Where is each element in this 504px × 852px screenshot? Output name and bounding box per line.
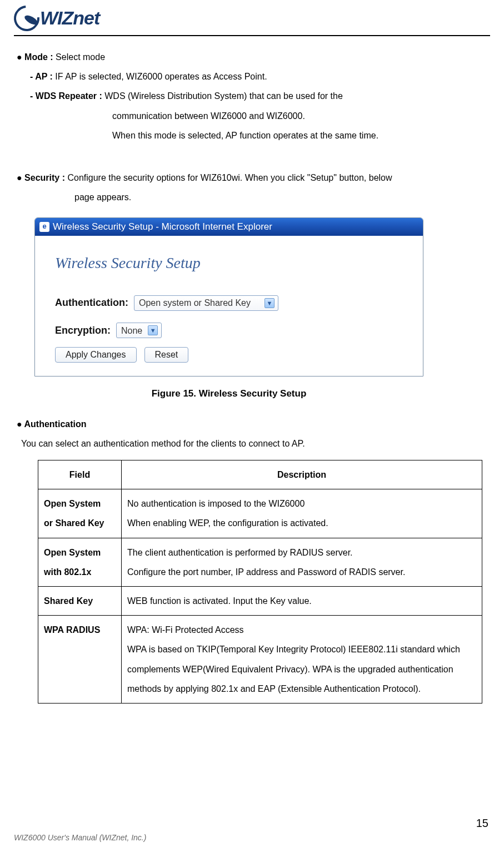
ap-label: - AP :: [30, 72, 55, 81]
footer-text: WIZ6000 User's Manual (WIZnet, Inc.): [14, 833, 146, 842]
wds-text-1: WDS (Wireless Distribution System) that …: [104, 91, 343, 101]
ap-text: IF AP is selected, WIZ6000 operates as A…: [55, 72, 267, 81]
field-l2: or Shared Key: [44, 518, 104, 528]
apply-changes-button[interactable]: Apply Changes: [55, 347, 137, 363]
ie-heading: Wireless Security Setup: [55, 246, 410, 280]
th-description: Description: [122, 460, 482, 489]
authentication-table: Field Description Open System or Shared …: [38, 460, 482, 704]
auth-row: Authentication: Open system or Shared Ke…: [55, 292, 410, 314]
ie-body: Wireless Security Setup Authentication: …: [35, 236, 423, 377]
enc-select-value: None: [121, 321, 142, 340]
cell-field: Open System or Shared Key: [38, 489, 122, 538]
document-body: ● Mode : Select mode - AP : IF AP is sel…: [14, 47, 490, 704]
chevron-down-icon: ▼: [265, 298, 275, 308]
cell-field: WPA RADIUS: [38, 616, 122, 704]
wds-line-2: communication between WIZ6000 and WIZ600…: [17, 106, 487, 126]
field-l1: Open System: [44, 499, 101, 508]
chevron-down-icon: ▼: [148, 325, 158, 335]
wds-line-1: - WDS Repeater : WDS (Wireless Distribut…: [17, 86, 487, 106]
wds-line-3: When this mode is selected, AP function …: [17, 126, 487, 145]
th-field: Field: [38, 460, 122, 489]
auth-select[interactable]: Open system or Shared Key ▼: [134, 295, 278, 311]
page-header: WIZnet: [14, 6, 490, 36]
mode-label: ● Mode :: [17, 52, 56, 62]
field-l1: Open System: [44, 548, 101, 557]
ie-title: Wireless Security Setup - Microsoft Inte…: [53, 217, 272, 237]
ie-window: e Wireless Security Setup - Microsoft In…: [34, 217, 423, 377]
footer-company: (WIZnet, Inc.): [99, 833, 147, 842]
figure-screenshot: e Wireless Security Setup - Microsoft In…: [34, 217, 490, 377]
figure-caption: Figure 15. Wireless Security Setup: [34, 383, 423, 404]
logo-swirl-icon: [14, 6, 39, 31]
cell-field: Shared Key: [38, 586, 122, 615]
reset-button[interactable]: Reset: [144, 347, 189, 363]
page-number: 15: [476, 817, 488, 830]
cell-desc: WEB function is activated. Input the Key…: [122, 586, 482, 615]
table-row: Shared Key WEB function is activated. In…: [38, 586, 482, 615]
ie-icon-letter: e: [42, 219, 46, 235]
footer-manual: WIZ6000 User's Manual: [14, 833, 99, 842]
auth-field-label: Authentication:: [55, 292, 128, 314]
cell-desc: No authentication is imposed to the WIZ6…: [122, 489, 482, 538]
authentication-heading: ● Authentication: [17, 414, 487, 434]
button-row: Apply Changes Reset: [55, 347, 410, 363]
enc-select[interactable]: None ▼: [116, 323, 162, 338]
field-l2: with 802.1x: [44, 567, 91, 577]
auth-select-value: Open system or Shared Key: [139, 293, 251, 313]
cell-desc: The client authentication is performed b…: [122, 538, 482, 586]
authentication-label: ● Authentication: [17, 419, 87, 429]
cell-desc: WPA: Wi-Fi Protected Access WPA is based…: [122, 616, 482, 704]
table-row: Open System with 802.1x The client authe…: [38, 538, 482, 586]
ie-titlebar: e Wireless Security Setup - Microsoft In…: [35, 218, 423, 236]
authentication-desc: You can select an authentication method …: [17, 434, 487, 453]
mode-value: Select mode: [56, 52, 105, 62]
mode-line: ● Mode : Select mode: [17, 47, 487, 67]
table-header-row: Field Description: [38, 460, 482, 489]
table-row: WPA RADIUS WPA: Wi-Fi Protected Access W…: [38, 616, 482, 704]
wds-label: - WDS Repeater :: [30, 91, 104, 101]
cell-field: Open System with 802.1x: [38, 538, 122, 586]
table-row: Open System or Shared Key No authenticat…: [38, 489, 482, 538]
ap-line: - AP : IF AP is selected, WIZ6000 operat…: [17, 67, 487, 86]
security-line-1: ● Security : Configure the security opti…: [17, 168, 487, 187]
ie-icon: e: [39, 222, 49, 232]
security-text-1: Configure the security options for WIZ61…: [67, 173, 392, 182]
enc-field-label: Encryption:: [55, 320, 111, 342]
logo-text: WIZnet: [40, 7, 99, 29]
enc-row: Encryption: None ▼: [55, 320, 410, 342]
security-label: ● Security :: [17, 173, 67, 182]
wiznet-logo: WIZnet: [14, 6, 490, 31]
security-line-2: page appears.: [17, 187, 487, 207]
